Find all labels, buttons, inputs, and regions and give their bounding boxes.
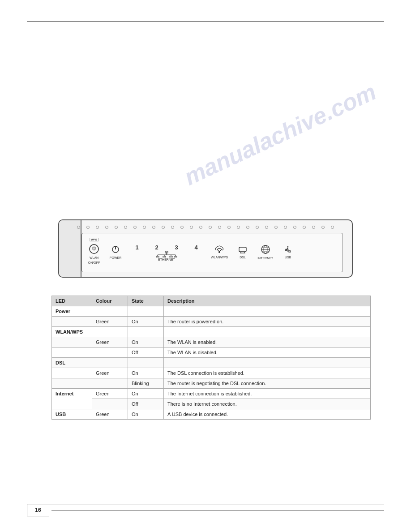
ethernet-network-icon: [153, 251, 180, 257]
table-row: USB Green On A USB device is connected.: [52, 409, 371, 420]
cell-colour: Green: [92, 317, 128, 327]
cell-led: DSL: [52, 358, 92, 368]
cell-state: [128, 358, 164, 368]
usb-icon: [283, 245, 293, 255]
router-dot: [77, 226, 80, 229]
cell-led: USB: [52, 409, 92, 420]
cell-led: Internet: [52, 389, 92, 409]
top-rule: [27, 21, 384, 22]
cell-state: On: [128, 409, 164, 420]
router-dot: [274, 226, 278, 229]
col-state: State: [128, 296, 164, 306]
table-row: WLAN/WPS: [52, 327, 371, 337]
cell-state: [128, 327, 164, 337]
eth4-group: 4: [189, 245, 203, 250]
footer-line: [51, 511, 384, 511]
router-dot: [105, 226, 108, 229]
page-number: 16: [35, 507, 41, 513]
router-dot: [152, 226, 155, 229]
table-row: Green On The WLAN is enabled.: [52, 337, 371, 348]
cell-colour: Green: [92, 409, 128, 420]
wlan-wps-icon: [214, 245, 224, 255]
wps-badge: WPS: [90, 238, 98, 241]
router-outer-box: WPS WLAN ON/OFF: [58, 219, 353, 278]
cell-description: The WLAN is disabled.: [164, 348, 371, 358]
cell-led: WLAN/WPS: [52, 327, 92, 337]
router-panel: WPS WLAN ON/OFF: [81, 233, 343, 272]
watermark: manualachive.com: [180, 78, 380, 190]
svg-rect-13: [174, 256, 177, 257]
cell-description: [164, 306, 371, 317]
svg-rect-11: [163, 256, 166, 257]
router-dot: [312, 226, 315, 229]
wlan-icon-group: WPS WLAN ON/OFF: [87, 244, 101, 265]
dsl-icon: [238, 245, 248, 255]
internet-icon-group: INTERNET: [257, 245, 273, 260]
router-dot: [124, 226, 127, 229]
cell-description: The router is negotiating the DSL connec…: [164, 378, 371, 389]
cell-colour: Green: [92, 368, 128, 378]
router-dot: [218, 226, 221, 229]
table-row: Blinking The router is negotiating the D…: [52, 378, 371, 389]
internet-icon: [261, 245, 270, 256]
eth1-group: 1: [130, 245, 144, 250]
router-dot: [162, 226, 165, 229]
table-row: DSL: [52, 358, 371, 368]
cell-colour: [92, 378, 128, 389]
ethernet-group: 1 2 3 4: [130, 245, 203, 261]
eth1-icon: 1: [135, 245, 138, 250]
router-dot: [321, 226, 325, 229]
led-table: LED Colour State Description Power Green…: [51, 296, 371, 420]
router-dot: [180, 226, 184, 229]
cell-led: [52, 337, 92, 348]
svg-rect-15: [239, 247, 246, 252]
svg-rect-28: [289, 251, 291, 252]
table-row: Green On The DSL connection is establish…: [52, 368, 371, 378]
router-dot: [284, 226, 287, 229]
power-icon-group: POWER: [109, 245, 122, 260]
cell-led: Power: [52, 306, 92, 317]
svg-rect-10: [156, 256, 159, 257]
router-dot: [303, 226, 306, 229]
usb-label: USB: [285, 256, 291, 259]
cell-description: [164, 358, 371, 368]
router-dot: [190, 226, 193, 229]
table-row: Off The WLAN is disabled.: [52, 348, 371, 358]
cell-colour: Green: [92, 389, 128, 399]
wlan-wps-icon-group: WLAN/WPS: [211, 245, 228, 259]
cell-colour: [92, 327, 128, 337]
cell-colour: [92, 399, 128, 409]
cell-colour: [92, 358, 128, 368]
table-row: Internet Green On The Internet connectio…: [52, 389, 371, 399]
dsl-label: DSL: [240, 256, 246, 259]
cell-description: [164, 327, 371, 337]
cell-state: On: [128, 337, 164, 348]
router-dot: [96, 226, 99, 229]
cell-colour: Green: [92, 337, 128, 348]
cell-description: The router is powered on.: [164, 317, 371, 327]
cell-state: Off: [128, 399, 164, 409]
router-dot: [171, 226, 174, 229]
router-dot: [143, 226, 146, 229]
ethernet-ports: 1 2 3 4: [130, 245, 203, 250]
internet-label: INTERNET: [257, 257, 273, 260]
cell-led: [52, 368, 92, 378]
router-dot: [256, 226, 259, 229]
router-dot: [199, 226, 202, 229]
wlan-wps-label: WLAN/WPS: [211, 256, 228, 259]
cell-state: Blinking: [128, 378, 164, 389]
table-row: Off There is no Internet connection.: [52, 399, 371, 409]
cell-description: The Internet connection is established.: [164, 389, 371, 399]
usb-icon-group: USB: [281, 245, 295, 259]
eth4-icon: 4: [194, 245, 197, 250]
ethernet-label: ETHERNET: [158, 258, 175, 261]
svg-rect-12: [170, 256, 172, 257]
cell-description: A USB device is connected.: [164, 409, 371, 420]
router-dot: [293, 226, 296, 229]
cell-state: On: [128, 368, 164, 378]
router-dot: [331, 226, 334, 229]
router-dot: [209, 226, 212, 229]
page-number-box: 16: [27, 504, 49, 516]
power-icon: [111, 245, 120, 255]
col-colour: Colour: [92, 296, 128, 306]
